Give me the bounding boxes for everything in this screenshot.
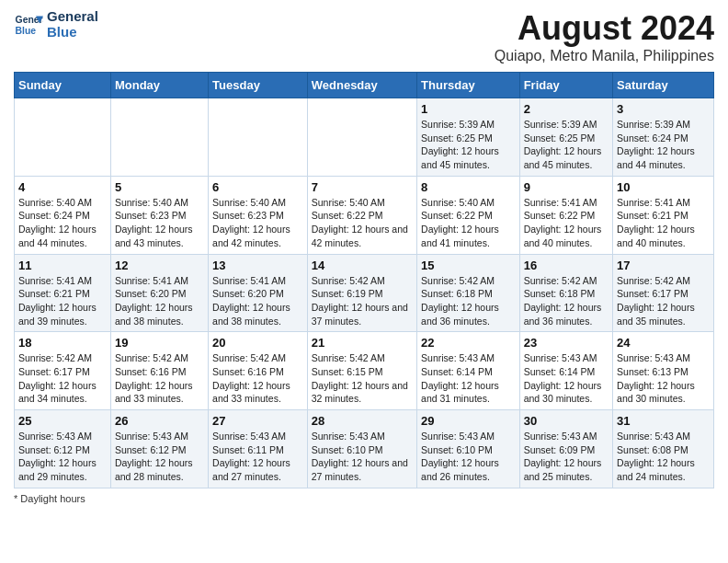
- calendar-cell: 20Sunrise: 5:42 AMSunset: 6:16 PMDayligh…: [209, 332, 308, 410]
- header-day-wednesday: Wednesday: [307, 73, 416, 98]
- calendar-cell: 23Sunrise: 5:43 AMSunset: 6:14 PMDayligh…: [519, 332, 612, 410]
- calendar-cell: 1Sunrise: 5:39 AMSunset: 6:25 PMDaylight…: [417, 98, 520, 177]
- day-info: Sunrise: 5:39 AMSunset: 6:25 PMDaylight:…: [524, 118, 609, 172]
- day-info: Sunrise: 5:43 AMSunset: 6:11 PMDaylight:…: [212, 430, 303, 484]
- day-info: Sunrise: 5:40 AMSunset: 6:22 PMDaylight:…: [312, 196, 413, 250]
- calendar-cell: 31Sunrise: 5:43 AMSunset: 6:08 PMDayligh…: [613, 410, 714, 488]
- calendar-cell: 5Sunrise: 5:40 AMSunset: 6:23 PMDaylight…: [110, 176, 208, 254]
- day-info: Sunrise: 5:42 AMSunset: 6:18 PMDaylight:…: [421, 274, 516, 328]
- logo-text-line1: General: [47, 9, 98, 25]
- calendar-cell: 22Sunrise: 5:43 AMSunset: 6:14 PMDayligh…: [417, 332, 520, 410]
- day-number: 18: [18, 336, 107, 350]
- day-number: 31: [617, 414, 710, 428]
- day-number: 15: [421, 259, 516, 272]
- day-number: 17: [617, 259, 710, 272]
- subtitle: Quiapo, Metro Manila, Philippines: [495, 48, 714, 64]
- day-number: 7: [312, 180, 413, 194]
- calendar-cell: 18Sunrise: 5:42 AMSunset: 6:17 PMDayligh…: [15, 332, 111, 410]
- logo-text-line2: Blue: [47, 25, 98, 40]
- day-info: Sunrise: 5:40 AMSunset: 6:23 PMDaylight:…: [115, 196, 204, 250]
- day-info: Sunrise: 5:41 AMSunset: 6:21 PMDaylight:…: [18, 274, 107, 328]
- calendar-cell: 8Sunrise: 5:40 AMSunset: 6:22 PMDaylight…: [417, 176, 520, 254]
- calendar-cell: 17Sunrise: 5:42 AMSunset: 6:17 PMDayligh…: [613, 254, 714, 332]
- calendar-cell: [15, 98, 111, 177]
- calendar-cell: 6Sunrise: 5:40 AMSunset: 6:23 PMDaylight…: [209, 176, 308, 254]
- day-info: Sunrise: 5:42 AMSunset: 6:18 PMDaylight:…: [524, 274, 609, 328]
- calendar-cell: 24Sunrise: 5:43 AMSunset: 6:13 PMDayligh…: [613, 332, 714, 410]
- day-number: 13: [212, 259, 303, 272]
- day-number: 3: [617, 102, 710, 116]
- header-day-saturday: Saturday: [613, 73, 714, 98]
- calendar-cell: 10Sunrise: 5:41 AMSunset: 6:21 PMDayligh…: [613, 176, 714, 254]
- calendar-week-row: 4Sunrise: 5:40 AMSunset: 6:24 PMDaylight…: [15, 176, 714, 254]
- calendar-cell: 26Sunrise: 5:43 AMSunset: 6:12 PMDayligh…: [110, 410, 208, 488]
- day-info: Sunrise: 5:41 AMSunset: 6:20 PMDaylight:…: [115, 274, 204, 328]
- calendar-week-row: 11Sunrise: 5:41 AMSunset: 6:21 PMDayligh…: [15, 254, 714, 332]
- calendar-cell: 29Sunrise: 5:43 AMSunset: 6:10 PMDayligh…: [417, 410, 520, 488]
- day-number: 30: [524, 414, 609, 428]
- day-number: 29: [421, 414, 516, 428]
- day-number: 10: [617, 180, 710, 194]
- day-number: 26: [115, 414, 204, 428]
- day-info: Sunrise: 5:43 AMSunset: 6:10 PMDaylight:…: [421, 430, 516, 484]
- day-number: 24: [617, 336, 710, 350]
- day-number: 9: [524, 180, 609, 194]
- day-info: Sunrise: 5:42 AMSunset: 6:16 PMDaylight:…: [212, 351, 303, 406]
- day-number: 20: [212, 336, 303, 350]
- logo: General Blue General Blue: [14, 9, 98, 40]
- day-number: 16: [524, 259, 609, 272]
- title-section: August 2024 Quiapo, Metro Manila, Philip…: [495, 9, 714, 64]
- day-info: Sunrise: 5:43 AMSunset: 6:12 PMDaylight:…: [115, 430, 204, 484]
- day-info: Sunrise: 5:43 AMSunset: 6:09 PMDaylight:…: [524, 430, 609, 484]
- day-info: Sunrise: 5:42 AMSunset: 6:17 PMDaylight:…: [18, 351, 107, 406]
- day-number: 4: [18, 180, 107, 194]
- day-number: 25: [18, 414, 107, 428]
- svg-text:Blue: Blue: [16, 25, 37, 35]
- day-number: 28: [312, 414, 413, 428]
- day-number: 19: [115, 336, 204, 350]
- calendar-cell: 19Sunrise: 5:42 AMSunset: 6:16 PMDayligh…: [110, 332, 208, 410]
- calendar-cell: [307, 98, 416, 177]
- day-info: Sunrise: 5:41 AMSunset: 6:22 PMDaylight:…: [524, 196, 609, 250]
- calendar-cell: 16Sunrise: 5:42 AMSunset: 6:18 PMDayligh…: [519, 254, 612, 332]
- calendar-cell: 25Sunrise: 5:43 AMSunset: 6:12 PMDayligh…: [15, 410, 111, 488]
- day-info: Sunrise: 5:42 AMSunset: 6:15 PMDaylight:…: [312, 351, 413, 406]
- day-info: Sunrise: 5:42 AMSunset: 6:16 PMDaylight:…: [115, 351, 204, 406]
- day-info: Sunrise: 5:40 AMSunset: 6:24 PMDaylight:…: [18, 196, 107, 250]
- day-number: 21: [312, 336, 413, 350]
- calendar-cell: 27Sunrise: 5:43 AMSunset: 6:11 PMDayligh…: [209, 410, 308, 488]
- calendar-cell: 12Sunrise: 5:41 AMSunset: 6:20 PMDayligh…: [110, 254, 208, 332]
- day-number: 11: [18, 259, 107, 272]
- day-number: 1: [421, 102, 516, 116]
- calendar-cell: 21Sunrise: 5:42 AMSunset: 6:15 PMDayligh…: [307, 332, 416, 410]
- calendar-week-row: 18Sunrise: 5:42 AMSunset: 6:17 PMDayligh…: [15, 332, 714, 410]
- header: General Blue General Blue August 2024 Qu…: [14, 9, 714, 64]
- day-number: 6: [212, 180, 303, 194]
- day-info: Sunrise: 5:41 AMSunset: 6:20 PMDaylight:…: [212, 274, 303, 328]
- calendar-cell: 28Sunrise: 5:43 AMSunset: 6:10 PMDayligh…: [307, 410, 416, 488]
- day-info: Sunrise: 5:40 AMSunset: 6:22 PMDaylight:…: [421, 196, 516, 250]
- header-day-thursday: Thursday: [417, 73, 520, 98]
- calendar-table: SundayMondayTuesdayWednesdayThursdayFrid…: [14, 72, 714, 488]
- calendar-cell: 3Sunrise: 5:39 AMSunset: 6:24 PMDaylight…: [613, 98, 714, 177]
- day-info: Sunrise: 5:43 AMSunset: 6:13 PMDaylight:…: [617, 351, 710, 406]
- calendar-cell: 30Sunrise: 5:43 AMSunset: 6:09 PMDayligh…: [519, 410, 612, 488]
- day-info: Sunrise: 5:43 AMSunset: 6:12 PMDaylight:…: [18, 430, 107, 484]
- calendar-cell: 7Sunrise: 5:40 AMSunset: 6:22 PMDaylight…: [307, 176, 416, 254]
- calendar-cell: 9Sunrise: 5:41 AMSunset: 6:22 PMDaylight…: [519, 176, 612, 254]
- day-info: Sunrise: 5:42 AMSunset: 6:17 PMDaylight:…: [617, 274, 710, 328]
- day-number: 5: [115, 180, 204, 194]
- day-number: 12: [115, 259, 204, 272]
- day-info: Sunrise: 5:43 AMSunset: 6:14 PMDaylight:…: [421, 351, 516, 406]
- day-info: Sunrise: 5:39 AMSunset: 6:25 PMDaylight:…: [421, 118, 516, 172]
- calendar-header-row: SundayMondayTuesdayWednesdayThursdayFrid…: [15, 73, 714, 98]
- header-day-monday: Monday: [110, 73, 208, 98]
- day-info: Sunrise: 5:43 AMSunset: 6:14 PMDaylight:…: [524, 351, 609, 406]
- calendar-cell: 13Sunrise: 5:41 AMSunset: 6:20 PMDayligh…: [209, 254, 308, 332]
- calendar-week-row: 1Sunrise: 5:39 AMSunset: 6:25 PMDaylight…: [15, 98, 714, 177]
- calendar-cell: 4Sunrise: 5:40 AMSunset: 6:24 PMDaylight…: [15, 176, 111, 254]
- calendar-cell: 15Sunrise: 5:42 AMSunset: 6:18 PMDayligh…: [417, 254, 520, 332]
- calendar-cell: [209, 98, 308, 177]
- footer-note: * Daylight hours: [14, 493, 714, 504]
- day-number: 27: [212, 414, 303, 428]
